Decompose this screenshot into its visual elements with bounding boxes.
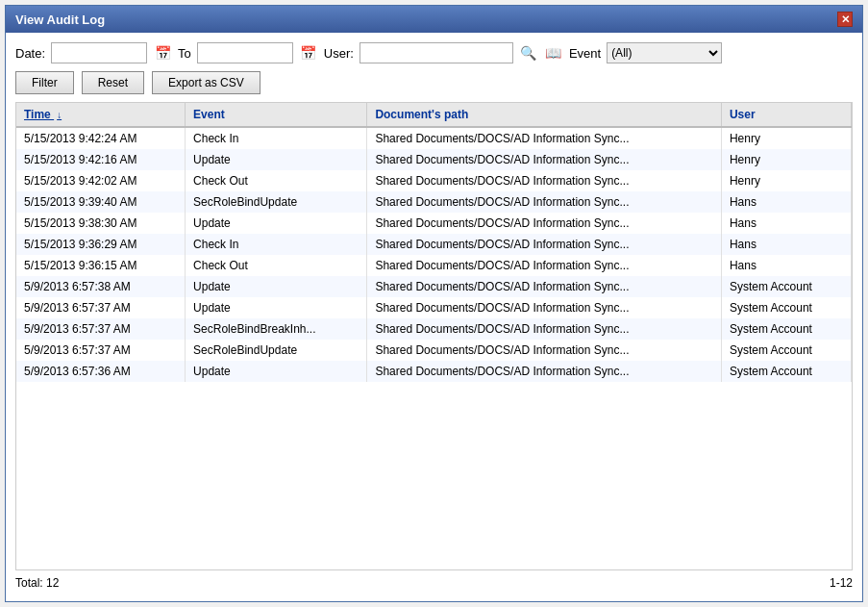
cell-user: Hans	[721, 213, 851, 234]
cell-time: 5/9/2013 6:57:36 AM	[16, 361, 186, 382]
user-search-icon[interactable]: 🔍	[519, 43, 538, 63]
cell-user: System Account	[721, 340, 851, 361]
footer-row: Total: 12 1-12	[15, 570, 853, 592]
filter-row: Date: 📅 To 📅 User: 🔍 📖 Event (All)Check …	[15, 42, 853, 63]
cell-event: SecRoleBindUpdate	[186, 340, 367, 361]
table-body: 5/15/2013 9:42:24 AMCheck InShared Docum…	[16, 127, 852, 382]
cell-path: Shared Documents/DOCS/AD Information Syn…	[367, 149, 722, 170]
user-book-icon[interactable]: 📖	[544, 43, 563, 63]
content-area: Date: 📅 To 📅 User: 🔍 📖 Event (All)Check …	[6, 33, 862, 601]
table-row[interactable]: 5/15/2013 9:38:30 AMUpdateShared Documen…	[16, 213, 852, 234]
cell-time: 5/9/2013 6:57:37 AM	[16, 318, 186, 340]
cell-event: SecRoleBindBreakInh...	[186, 318, 367, 340]
date-to-calendar-icon[interactable]: 📅	[299, 43, 318, 63]
user-input[interactable]	[360, 42, 513, 63]
user-label: User:	[324, 46, 354, 61]
cell-user: Henry	[721, 170, 851, 191]
audit-log-window: View Audit Log ✕ Date: 📅 To 📅 User: 🔍 📖 …	[5, 5, 863, 602]
cell-event: Update	[186, 361, 367, 382]
col-event[interactable]: Event	[186, 103, 367, 127]
cell-user: System Account	[721, 276, 851, 297]
cell-path: Shared Documents/DOCS/AD Information Syn…	[367, 213, 722, 234]
close-button[interactable]: ✕	[837, 12, 853, 27]
cell-path: Shared Documents/DOCS/AD Information Syn…	[367, 318, 722, 340]
cell-time: 5/15/2013 9:42:02 AM	[16, 170, 186, 191]
table-row[interactable]: 5/9/2013 6:57:37 AMSecRoleBindUpdateShar…	[16, 340, 852, 361]
total-label: Total: 12	[15, 576, 59, 590]
cell-event: Update	[186, 297, 367, 318]
cell-user: Hans	[721, 191, 851, 213]
table-row[interactable]: 5/9/2013 6:57:36 AMUpdateShared Document…	[16, 361, 852, 382]
reset-button[interactable]: Reset	[82, 71, 144, 94]
cell-path: Shared Documents/DOCS/AD Information Syn…	[367, 255, 722, 276]
page-range: 1-12	[830, 576, 853, 590]
to-label: To	[178, 46, 191, 61]
date-to-input[interactable]	[197, 42, 293, 63]
date-label: Date:	[15, 46, 45, 61]
cell-event: Check Out	[186, 255, 367, 276]
table-row[interactable]: 5/15/2013 9:36:15 AMCheck OutShared Docu…	[16, 255, 852, 276]
col-user[interactable]: User	[721, 103, 851, 127]
cell-time: 5/15/2013 9:38:30 AM	[16, 213, 186, 234]
audit-table: Time ↓ Event Document's path User 5/15/2…	[16, 103, 852, 382]
cell-user: System Account	[721, 318, 851, 340]
cell-path: Shared Documents/DOCS/AD Information Syn…	[367, 297, 722, 318]
cell-user: Hans	[721, 234, 851, 255]
table-row[interactable]: 5/15/2013 9:42:02 AMCheck OutShared Docu…	[16, 170, 852, 191]
cell-user: Henry	[721, 149, 851, 170]
cell-path: Shared Documents/DOCS/AD Information Syn…	[367, 234, 722, 255]
cell-time: 5/9/2013 6:57:37 AM	[16, 340, 186, 361]
col-path[interactable]: Document's path	[367, 103, 722, 127]
table-row[interactable]: 5/15/2013 9:39:40 AMSecRoleBindUpdateSha…	[16, 191, 852, 213]
cell-user: Hans	[721, 255, 851, 276]
date-from-input[interactable]	[51, 42, 147, 63]
cell-path: Shared Documents/DOCS/AD Information Syn…	[367, 340, 722, 361]
cell-time: 5/15/2013 9:42:24 AM	[16, 127, 186, 149]
sort-arrow: ↓	[57, 110, 62, 120]
table-row[interactable]: 5/9/2013 6:57:37 AMSecRoleBindBreakInh..…	[16, 318, 852, 340]
cell-time: 5/9/2013 6:57:38 AM	[16, 276, 186, 297]
cell-user: System Account	[721, 361, 851, 382]
cell-event: Update	[186, 276, 367, 297]
cell-path: Shared Documents/DOCS/AD Information Syn…	[367, 191, 722, 213]
event-select[interactable]: (All)Check InCheck OutUpdateSecRoleBindU…	[607, 42, 722, 63]
table-row[interactable]: 5/9/2013 6:57:38 AMUpdateShared Document…	[16, 276, 852, 297]
cell-time: 5/15/2013 9:36:15 AM	[16, 255, 186, 276]
cell-event: SecRoleBindUpdate	[186, 191, 367, 213]
cell-time: 5/9/2013 6:57:37 AM	[16, 297, 186, 318]
cell-user: Henry	[721, 127, 851, 149]
cell-time: 5/15/2013 9:42:16 AM	[16, 149, 186, 170]
table-row[interactable]: 5/9/2013 6:57:37 AMUpdateShared Document…	[16, 297, 852, 318]
cell-event: Check In	[186, 234, 367, 255]
window-title: View Audit Log	[15, 13, 105, 27]
table-row[interactable]: 5/15/2013 9:42:16 AMUpdateShared Documen…	[16, 149, 852, 170]
table-row[interactable]: 5/15/2013 9:36:29 AMCheck InShared Docum…	[16, 234, 852, 255]
event-label: Event	[569, 46, 601, 61]
cell-path: Shared Documents/DOCS/AD Information Syn…	[367, 127, 722, 149]
cell-path: Shared Documents/DOCS/AD Information Syn…	[367, 170, 722, 191]
cell-time: 5/15/2013 9:36:29 AM	[16, 234, 186, 255]
cell-path: Shared Documents/DOCS/AD Information Syn…	[367, 276, 722, 297]
audit-table-container[interactable]: Time ↓ Event Document's path User 5/15/2…	[15, 102, 853, 570]
table-row[interactable]: 5/15/2013 9:42:24 AMCheck InShared Docum…	[16, 127, 852, 149]
cell-time: 5/15/2013 9:39:40 AM	[16, 191, 186, 213]
col-time[interactable]: Time ↓	[16, 103, 186, 127]
cell-event: Check Out	[186, 170, 367, 191]
table-header-row: Time ↓ Event Document's path User	[16, 103, 852, 127]
date-from-calendar-icon[interactable]: 📅	[153, 43, 172, 63]
button-row: Filter Reset Export as CSV	[15, 71, 853, 94]
export-csv-button[interactable]: Export as CSV	[152, 71, 260, 94]
cell-event: Update	[186, 149, 367, 170]
cell-path: Shared Documents/DOCS/AD Information Syn…	[367, 361, 722, 382]
filter-button[interactable]: Filter	[15, 71, 74, 94]
cell-event: Update	[186, 213, 367, 234]
cell-event: Check In	[186, 127, 367, 149]
cell-user: System Account	[721, 297, 851, 318]
title-bar: View Audit Log ✕	[6, 6, 862, 33]
